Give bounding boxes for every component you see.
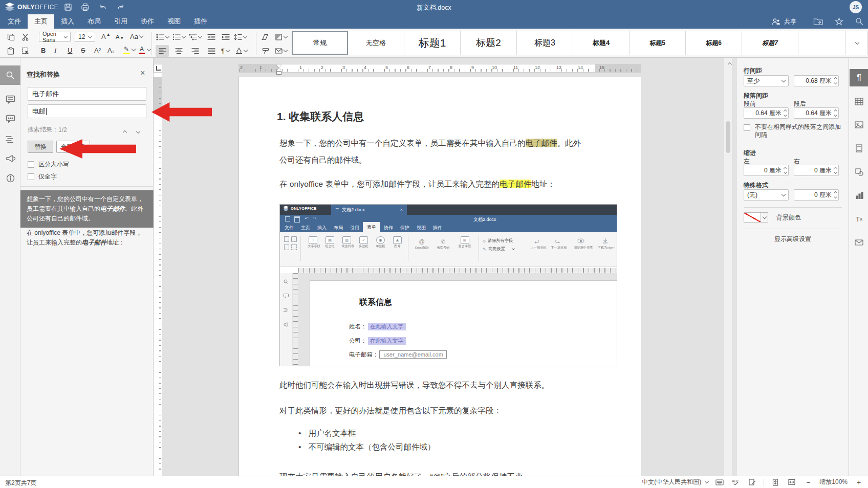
page-indicator[interactable]: 第2页共7页: [5, 479, 36, 487]
font-color-button[interactable]: A: [135, 45, 148, 56]
spacing-before-stepper[interactable]: 0.64 厘米: [744, 107, 789, 119]
favorite-star-button[interactable]: [832, 16, 845, 27]
select-all-button[interactable]: [18, 45, 32, 57]
align-center-button[interactable]: [172, 45, 185, 57]
spacing-after-stepper[interactable]: 0.64 厘米: [794, 107, 839, 119]
copy-style-button[interactable]: [259, 45, 272, 57]
vertical-ruler[interactable]: [154, 73, 162, 476]
sidebar-navigation-button[interactable]: [0, 129, 20, 149]
increase-indent-button[interactable]: [219, 31, 232, 43]
style-normal[interactable]: 常规: [292, 31, 348, 55]
justify-button[interactable]: [205, 45, 218, 57]
zoom-in-button[interactable]: +: [854, 478, 864, 487]
open-file-location-button[interactable]: [812, 16, 825, 27]
italic-button[interactable]: I: [52, 45, 58, 56]
tab-home[interactable]: 主页: [28, 14, 54, 29]
style-heading3[interactable]: 标题3: [517, 31, 573, 55]
style-heading7[interactable]: 标题7: [742, 31, 798, 55]
align-left-button[interactable]: [156, 45, 169, 57]
avatar[interactable]: JS: [850, 1, 862, 13]
sidebar-comments-button[interactable]: [0, 90, 20, 109]
zoom-level[interactable]: 缩放100%: [819, 478, 848, 486]
sidebar-feedback-button[interactable]: [0, 149, 20, 168]
language-selector[interactable]: 中文(中华人民共和国): [642, 478, 708, 486]
shading-button[interactable]: [234, 45, 248, 57]
tab-collaboration[interactable]: 协作: [134, 14, 161, 29]
line-spacing-select[interactable]: 至少: [744, 75, 789, 86]
next-result-button[interactable]: [135, 126, 140, 135]
nonprinting-characters-button[interactable]: ¶: [219, 45, 231, 57]
match-case-checkbox[interactable]: [28, 161, 34, 168]
numbered-list-button[interactable]: [172, 31, 185, 43]
paragraph-settings-button[interactable]: ¶: [850, 69, 868, 86]
decrease-font-button[interactable]: A▼: [114, 31, 126, 42]
style-heading2[interactable]: 标题2: [461, 31, 517, 55]
tab-plugins[interactable]: 插件: [187, 14, 214, 29]
special-format-select[interactable]: (无): [744, 189, 789, 201]
textart-settings-button[interactable]: Ta: [850, 210, 868, 228]
document-page[interactable]: 1. 收集联系人信息 想象一下，您的公司中有一个自定义表单，员工需要在其中输入自…: [238, 77, 641, 476]
replace-input[interactable]: 电邮: [28, 104, 146, 118]
font-size-select[interactable]: 12: [75, 32, 95, 42]
image-settings-button[interactable]: [850, 116, 868, 134]
underline-button[interactable]: U: [66, 45, 74, 56]
tab-insert[interactable]: 插入: [54, 14, 81, 29]
indent-left-stepper[interactable]: 0 厘米: [744, 165, 789, 176]
search-header-button[interactable]: [853, 16, 866, 27]
cut-button[interactable]: [18, 31, 32, 43]
document-scrollbar[interactable]: [724, 58, 732, 476]
sidebar-about-button[interactable]: [0, 168, 20, 188]
headerfooter-settings-button[interactable]: [850, 140, 868, 157]
set-language-icon[interactable]: [714, 478, 725, 487]
chart-settings-button[interactable]: [850, 187, 868, 204]
multilevel-list-button[interactable]: [188, 31, 202, 43]
left-indent-marker[interactable]: [277, 72, 281, 74]
sidebar-search-button[interactable]: [0, 65, 20, 85]
whole-words-checkbox[interactable]: [28, 173, 34, 180]
panel-close-icon[interactable]: ×: [140, 70, 145, 76]
font-name-select[interactable]: Open Sans: [39, 32, 71, 42]
table-settings-button[interactable]: [850, 93, 868, 110]
tab-view[interactable]: 视图: [161, 14, 187, 29]
find-input[interactable]: 电子邮件: [28, 87, 146, 101]
previous-result-button[interactable]: [122, 127, 126, 136]
change-case-button[interactable]: Aa: [128, 31, 145, 42]
style-heading6[interactable]: 标题6: [686, 31, 742, 55]
copy-button[interactable]: [4, 31, 17, 43]
paste-button[interactable]: [4, 45, 17, 57]
search-result-item[interactable]: 想象一下，您的公司中有一个自定义表单，员工需要在其中输入自己的电子邮件。此外公司…: [20, 190, 154, 228]
style-heading4[interactable]: 标题4: [573, 31, 630, 55]
bullet-list-button[interactable]: [156, 31, 169, 43]
background-color-dropdown[interactable]: [761, 212, 768, 223]
mailmerge-button[interactable]: [274, 45, 288, 57]
shape-settings-button[interactable]: [850, 163, 868, 181]
track-changes-icon[interactable]: [747, 478, 757, 487]
tab-layout[interactable]: 布局: [81, 14, 107, 29]
strikethrough-button[interactable]: S: [79, 45, 88, 56]
superscript-button[interactable]: A²: [92, 45, 103, 56]
indent-right-stepper[interactable]: 0 厘米: [794, 165, 839, 176]
tab-file[interactable]: 文件: [1, 14, 28, 29]
background-color-swatch[interactable]: [744, 212, 761, 223]
sidebar-chat-button[interactable]: [0, 109, 20, 128]
bold-button[interactable]: B: [39, 45, 48, 56]
style-no-spacing[interactable]: 无空格: [348, 31, 404, 55]
search-result-item[interactable]: 在 onlyoffice 表单中，您可添加邮件字段，让员工来输入完整的电子邮件地…: [20, 224, 154, 252]
style-heading1[interactable]: 标题1: [404, 31, 461, 55]
line-spacing-stepper[interactable]: 0.68 厘米: [794, 75, 839, 86]
advanced-settings-link[interactable]: 显示高级设置: [736, 235, 849, 243]
decrease-indent-button[interactable]: [205, 31, 218, 43]
horizontal-ruler[interactable]: 2 1 12 34 56 78 910 1112 1314 15: [162, 64, 736, 73]
style-heading5[interactable]: 标题5: [630, 31, 686, 55]
cell-color-button[interactable]: [274, 31, 288, 43]
line-spacing-button[interactable]: [233, 31, 247, 43]
share-button[interactable]: 共享: [772, 14, 796, 29]
fit-width-icon[interactable]: [787, 478, 797, 487]
tab-references[interactable]: 引用: [107, 14, 134, 29]
styles-expand-button[interactable]: [845, 31, 868, 55]
replace-button[interactable]: 替换: [28, 141, 53, 153]
fit-page-icon[interactable]: [770, 478, 780, 487]
subscript-button[interactable]: A₂: [105, 45, 117, 56]
no-gap-checkbox[interactable]: [744, 124, 750, 131]
tab-stop-selector[interactable]: [154, 64, 162, 73]
